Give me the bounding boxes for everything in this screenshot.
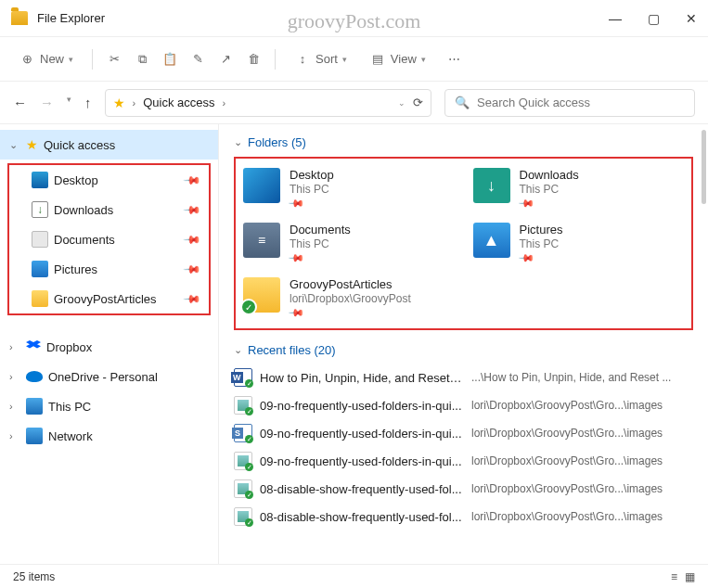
more-button[interactable]: ⋯	[443, 48, 466, 70]
sidebar: ⌄ ★ Quick access Desktop📌Downloads📌Docum…	[0, 124, 219, 564]
folder-card-downloads[interactable]: ↓DownloadsThis PC📌	[473, 168, 685, 210]
search-placeholder: Search Quick access	[477, 96, 590, 109]
desktop-folder-icon	[243, 168, 280, 203]
toolbar: ⊕ New ▾ ✂ ⧉ 📋 ✎ ↗ 🗑 ↕ Sort ▾ ▤ View ▾ ⋯	[0, 37, 708, 82]
folder-card-gp[interactable]: GroovyPostArticleslori\Dropbox\GroovyPos…	[243, 277, 455, 319]
quick-access-label: Quick access	[44, 138, 209, 152]
recent-file-row[interactable]: 08-disable-show-frequently-used-fol...lo…	[234, 504, 693, 530]
forward-button[interactable]: →	[40, 95, 54, 110]
star-icon: ★	[113, 96, 125, 110]
gp-folder-icon	[243, 277, 280, 313]
item-count: 25 items	[13, 570, 55, 583]
folder-name: GroovyPostArticles	[290, 277, 411, 291]
folders-header-label: Folders (5)	[248, 135, 306, 149]
recent-file-row[interactable]: 09-no-frequently-used-folders-in-qui...l…	[234, 448, 693, 474]
sidebar-root-dropbox[interactable]: ›Dropbox	[0, 332, 218, 362]
sidebar-item-label: Desktop	[54, 173, 180, 187]
pin-icon: 📌	[287, 249, 304, 267]
paste-button[interactable]: 📋	[161, 51, 178, 68]
sidebar-item-label: Downloads	[54, 203, 180, 217]
recent-file-row[interactable]: 08-disable-show-frequently-used-fol...lo…	[234, 476, 693, 502]
recent-file-row[interactable]: 09-no-frequently-used-folders-in-qui...l…	[234, 420, 693, 446]
sidebar-root-label: This PC	[48, 400, 209, 414]
history-dropdown[interactable]: ▾	[67, 95, 71, 110]
folder-location: lori\Dropbox\GroovyPost	[290, 292, 411, 305]
recent-header-label: Recent files (20)	[248, 343, 336, 357]
sidebar-item-desktop[interactable]: Desktop📌	[9, 165, 209, 195]
search-box[interactable]: 🔍 Search Quick access	[444, 89, 695, 117]
sidebar-root-thispc[interactable]: ›This PC	[0, 391, 218, 421]
address-bar[interactable]: ★ › Quick access › ⌄ ⟳	[105, 89, 432, 117]
pin-icon: 📌	[183, 260, 202, 279]
sidebar-root-onedrive[interactable]: ›OneDrive - Personal	[0, 362, 218, 391]
folder-name: Desktop	[290, 168, 334, 182]
recent-file-name: 09-no-frequently-used-folders-in-qui...	[260, 427, 464, 441]
copy-button[interactable]: ⧉	[134, 51, 150, 68]
dropbox-icon	[26, 340, 41, 353]
sidebar-item-documents[interactable]: Documents📌	[9, 224, 209, 254]
address-row: ← → ▾ ↑ ★ › Quick access › ⌄ ⟳ 🔍 Search …	[0, 82, 708, 124]
file-img-icon	[234, 452, 252, 470]
recent-file-path: lori\Dropbox\GroovyPost\Gro...\images	[471, 510, 693, 523]
thispc-icon	[26, 398, 43, 415]
sort-button[interactable]: ↕ Sort ▾	[289, 47, 353, 71]
details-view-button[interactable]: ≡	[671, 570, 677, 583]
sidebar-item-download[interactable]: Downloads📌	[9, 195, 209, 224]
recent-file-row[interactable]: How to Pin, Unpin, Hide, and Reset Q....…	[234, 364, 693, 390]
highlight-box-sidebar: Desktop📌Downloads📌Documents📌Pictures📌Gro…	[7, 163, 211, 315]
network-icon	[26, 428, 43, 444]
caret-right-icon: ›	[9, 341, 20, 352]
folders-section-header[interactable]: ⌄ Folders (5)	[234, 135, 693, 149]
sidebar-root-label: Network	[48, 429, 209, 443]
minimize-button[interactable]: —	[609, 11, 622, 26]
chevron-down-icon: ▾	[69, 55, 73, 64]
chevron-right-icon: ›	[133, 97, 136, 109]
pin-icon: 📌	[287, 195, 304, 212]
view-button[interactable]: ▤ View ▾	[364, 47, 431, 71]
sidebar-root-label: Dropbox	[46, 340, 209, 354]
sidebar-item-pictures[interactable]: Pictures📌	[9, 254, 209, 284]
delete-button[interactable]: 🗑	[245, 51, 262, 68]
onedrive-icon	[26, 371, 43, 382]
content-area: ⌄ Folders (5) DesktopThis PC📌↓DownloadsT…	[219, 124, 708, 564]
pin-icon: 📌	[183, 200, 202, 220]
sidebar-quick-access[interactable]: ⌄ ★ Quick access	[0, 130, 218, 160]
recent-file-row[interactable]: 09-no-frequently-used-folders-in-qui...l…	[234, 392, 693, 418]
folder-location: This PC	[290, 183, 334, 196]
divider	[275, 49, 276, 70]
share-button[interactable]: ↗	[217, 51, 234, 68]
highlight-box-folders: DesktopThis PC📌↓DownloadsThis PC📌≡Docume…	[234, 157, 693, 330]
recent-file-name: 09-no-frequently-used-folders-in-qui...	[260, 399, 464, 413]
folder-card-desktop[interactable]: DesktopThis PC📌	[243, 168, 455, 210]
up-button[interactable]: ↑	[84, 95, 92, 110]
sidebar-root-network[interactable]: ›Network	[0, 421, 218, 451]
caret-right-icon: ›	[9, 430, 20, 441]
new-button[interactable]: ⊕ New ▾	[13, 47, 79, 71]
folder-card-pictures[interactable]: ▲PicturesThis PC📌	[473, 223, 685, 264]
sidebar-item-label: GroovyPostArticles	[54, 292, 180, 306]
file-img-icon	[234, 479, 252, 498]
cut-button[interactable]: ✂	[106, 51, 122, 68]
sort-icon: ↕	[294, 51, 311, 68]
pin-icon: 📌	[517, 195, 534, 212]
scrollbar[interactable]	[702, 130, 706, 204]
back-button[interactable]: ←	[13, 95, 27, 110]
titlebar: File Explorer — ▢ ✕	[0, 0, 708, 37]
pin-icon: 📌	[517, 249, 534, 267]
caret-right-icon: ›	[9, 371, 20, 382]
download-icon	[32, 201, 48, 218]
refresh-button[interactable]: ⟳	[413, 96, 423, 109]
close-button[interactable]: ✕	[686, 11, 697, 26]
sidebar-item-folder[interactable]: GroovyPostArticles📌	[9, 284, 209, 313]
pin-icon: 📌	[183, 230, 202, 249]
thumbnails-view-button[interactable]: ▦	[685, 570, 695, 583]
folder-card-documents[interactable]: ≡DocumentsThis PC📌	[243, 223, 455, 264]
recent-file-path: lori\Dropbox\GroovyPost\Gro...\images	[471, 454, 693, 467]
rename-button[interactable]: ✎	[189, 51, 206, 68]
sidebar-root-label: OneDrive - Personal	[48, 370, 209, 384]
maximize-button[interactable]: ▢	[648, 11, 660, 26]
address-dropdown[interactable]: ⌄	[398, 98, 405, 108]
recent-file-name: 09-no-frequently-used-folders-in-qui...	[260, 454, 464, 468]
recent-section-header[interactable]: ⌄ Recent files (20)	[234, 343, 693, 357]
recent-file-path: lori\Dropbox\GroovyPost\Gro...\images	[471, 427, 693, 440]
